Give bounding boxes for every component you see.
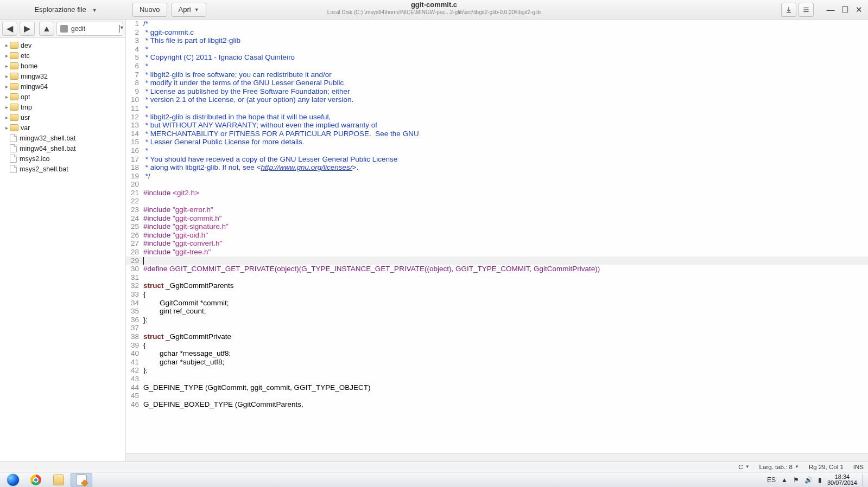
code-line[interactable]: 7 * libgit2-glib is free software; you c… (126, 71, 868, 79)
window-minimize-button[interactable]: — (825, 5, 837, 14)
line-text: * ggit-commit.c (143, 28, 868, 37)
location-selector[interactable]: gedit ▼ (56, 22, 123, 36)
tree-folder[interactable]: ▸dev (1, 40, 124, 50)
nav-up-button[interactable]: ▲ (39, 22, 54, 36)
code-line[interactable]: 15 * Lesser General Public License for m… (126, 138, 868, 146)
code-line[interactable]: 41 gchar *subject_utf8; (126, 358, 868, 367)
code-line[interactable]: 9 * License as published by the Free Sof… (126, 87, 868, 96)
tree-folder[interactable]: ▸etc (1, 50, 124, 61)
tray-flag-icon[interactable]: ⚑ (793, 476, 799, 484)
code-line[interactable]: 46G_DEFINE_BOXED_TYPE (GgitCommitParents… (126, 400, 868, 409)
code-line[interactable]: 44G_DEFINE_TYPE (GgitCommit, ggit_commit… (126, 383, 868, 392)
code-line[interactable]: 22 (126, 197, 868, 206)
tree-file[interactable]: mingw64_shell.bat (1, 143, 124, 153)
code-line[interactable]: 3 * This file is part of libgit2-glib (126, 36, 868, 45)
code-line[interactable]: 21#include <git2.h> (126, 189, 868, 197)
window-close-button[interactable]: ✕ (853, 5, 865, 15)
nav-forward-button[interactable]: ▶ (20, 22, 35, 36)
status-tab-width[interactable]: Larg. tab.: 8▼ (759, 464, 799, 470)
code-line[interactable]: 37 (126, 324, 868, 332)
expand-icon[interactable]: ▸ (3, 42, 10, 48)
code-line[interactable]: 13 * but WITHOUT ANY WARRANTY; without e… (126, 121, 868, 130)
tree-folder[interactable]: ▸opt (1, 92, 124, 102)
code-line[interactable]: 12 * libgit2-glib is distributed in the … (126, 113, 868, 121)
line-text: G_DEFINE_TYPE (GgitCommit, ggit_commit, … (143, 383, 868, 392)
code-line[interactable]: 29 (126, 257, 868, 265)
code-line[interactable]: 45 (126, 392, 868, 400)
tray-language[interactable]: ES (767, 476, 776, 484)
code-line[interactable]: 31 (126, 273, 868, 282)
tree-folder[interactable]: ▸tmp (1, 102, 124, 112)
new-button[interactable]: Nuovo (132, 3, 167, 17)
expand-icon[interactable]: ▸ (3, 53, 10, 59)
code-line[interactable]: 30#define GGIT_COMMIT_GET_PRIVATE(object… (126, 265, 868, 273)
code-line[interactable]: 20 (126, 180, 868, 189)
code-line[interactable]: 26#include "ggit-oid.h" (126, 231, 868, 240)
file-tree[interactable]: ▸dev▸etc▸home▸mingw32▸mingw64▸opt▸tmp▸us… (0, 38, 125, 461)
taskbar-explorer[interactable] (48, 473, 69, 486)
status-language[interactable]: C▼ (738, 464, 749, 470)
window-maximize-button[interactable]: ☐ (839, 5, 851, 15)
code-line[interactable]: 17 * You should have received a copy of … (126, 155, 868, 164)
expand-icon[interactable]: ▸ (3, 73, 10, 79)
code-line[interactable]: 23#include "ggit-error.h" (126, 206, 868, 214)
code-line[interactable]: 4 * (126, 45, 868, 54)
code-line[interactable]: 27#include "ggit-convert.h" (126, 239, 868, 248)
code-line[interactable]: 10 * version 2.1 of the License, or (at … (126, 95, 868, 104)
code-line[interactable]: 11 * (126, 104, 868, 113)
tree-folder[interactable]: ▸var (1, 123, 124, 133)
code-line[interactable]: 40 gchar *message_utf8; (126, 349, 868, 358)
tree-file[interactable]: msys2.ico (1, 153, 124, 164)
code-line[interactable]: 6 * (126, 62, 868, 71)
code-line[interactable]: 33{ (126, 290, 868, 299)
tree-file[interactable]: mingw32_shell.bat (1, 133, 124, 143)
code-line[interactable]: 8 * modify it under the terms of the GNU… (126, 79, 868, 87)
tree-folder[interactable]: ▸mingw64 (1, 81, 124, 92)
expand-icon[interactable]: ▸ (3, 84, 10, 89)
taskbar-gedit[interactable] (71, 473, 92, 486)
code-line[interactable]: 2 * ggit-commit.c (126, 28, 868, 37)
save-button[interactable] (781, 3, 796, 17)
taskbar-chrome[interactable] (25, 473, 47, 486)
code-line[interactable]: 5 * Copyright (C) 2011 - Ignacio Casal Q… (126, 53, 868, 62)
horizontal-scrollbar[interactable] (126, 453, 868, 461)
code-line[interactable]: 18 * along with libgit2-glib. If not, se… (126, 163, 868, 172)
tree-file[interactable]: msys2_shell.bat (1, 164, 124, 174)
code-line[interactable]: 42}; (126, 366, 868, 375)
code-line[interactable]: 19 */ (126, 172, 868, 181)
panel-selector[interactable]: Esplorazione file ▼ (3, 5, 128, 14)
tray-clock[interactable]: 18:34 30/07/2014 (827, 474, 857, 486)
tree-folder[interactable]: ▸usr (1, 112, 124, 123)
expand-icon[interactable]: ▸ (3, 114, 10, 120)
code-line[interactable]: 25#include "ggit-signature.h" (126, 222, 868, 231)
code-viewport[interactable]: 1/*2 * ggit-commit.c3 * This file is par… (126, 20, 868, 453)
code-line[interactable]: 38struct _GgitCommitPrivate (126, 332, 868, 341)
code-line[interactable]: 28#include "ggit-tree.h" (126, 248, 868, 257)
code-line[interactable]: 34 GgitCommit *commit; (126, 299, 868, 307)
tray-volume-icon[interactable]: 🔊 (804, 476, 813, 484)
line-number: 9 (126, 87, 143, 96)
code-line[interactable]: 24#include "ggit-commit.h" (126, 214, 868, 223)
code-line[interactable]: 32struct _GgitCommitParents (126, 281, 868, 290)
expand-icon[interactable]: ▸ (3, 94, 10, 100)
code-line[interactable]: 14 * MERCHANTABILITY or FITNESS FOR A PA… (126, 130, 868, 138)
hamburger-menu-button[interactable] (799, 3, 814, 17)
tray-show-hidden-icon[interactable]: ▲ (781, 476, 788, 484)
line-text: #include "ggit-oid.h" (143, 231, 868, 240)
expand-icon[interactable]: ▸ (3, 125, 10, 131)
tree-folder[interactable]: ▸mingw32 (1, 71, 124, 81)
code-line[interactable]: 1/* (126, 20, 868, 28)
expand-icon[interactable]: ▸ (3, 104, 10, 110)
start-button[interactable] (2, 473, 24, 486)
open-button[interactable]: Apri▼ (172, 3, 206, 17)
code-line[interactable]: 36}; (126, 316, 868, 324)
tree-folder[interactable]: ▸home (1, 61, 124, 71)
code-line[interactable]: 39{ (126, 341, 868, 350)
code-line[interactable]: 16 * (126, 146, 868, 155)
tray-battery-icon[interactable]: ▮ (818, 476, 822, 484)
code-line[interactable]: 35 gint ref_count; (126, 307, 868, 316)
nav-back-button[interactable]: ◀ (2, 22, 17, 36)
expand-icon[interactable]: ▸ (3, 63, 10, 69)
show-desktop-button[interactable] (863, 474, 866, 486)
code-line[interactable]: 43 (126, 375, 868, 383)
